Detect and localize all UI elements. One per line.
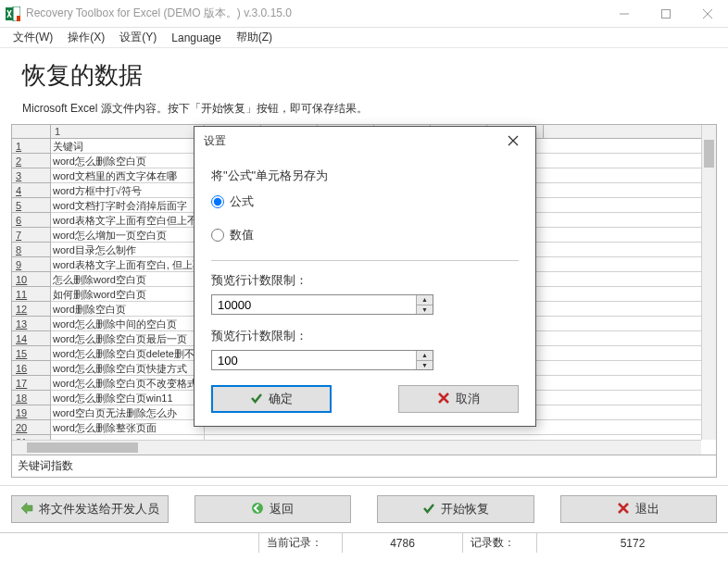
radio-label: 公式 <box>230 193 254 210</box>
dialog-separator <box>211 260 519 261</box>
button-label: 确定 <box>269 391 293 407</box>
settings-dialog: 设置 将"公式"单元格另存为 公式 数值 预览行计数限制： ▲ ▼ <box>194 126 536 427</box>
spin-down[interactable]: ▼ <box>416 305 433 315</box>
dialog-title: 设置 <box>204 133 226 149</box>
dialog-close-button[interactable] <box>500 131 526 151</box>
close-icon <box>437 392 450 407</box>
radio-label: 数值 <box>230 227 254 243</box>
limit2-spinner: ▲ ▼ <box>416 351 433 369</box>
dialog-overlay: 设置 将"公式"单元格另存为 公式 数值 预览行计数限制： ▲ ▼ <box>0 0 728 573</box>
radio-formula-input[interactable] <box>211 195 224 208</box>
dialog-buttons: 确定 取消 <box>211 385 519 413</box>
ok-button[interactable]: 确定 <box>211 385 332 413</box>
dialog-body: 将"公式"单元格另存为 公式 数值 预览行计数限制： ▲ ▼ 预览行计数限制： <box>195 155 535 426</box>
button-label: 取消 <box>456 391 480 407</box>
limit1-label: 预览行计数限制： <box>211 272 519 289</box>
check-icon <box>250 392 263 407</box>
cancel-button[interactable]: 取消 <box>398 385 519 413</box>
spin-down[interactable]: ▼ <box>416 361 433 370</box>
limit2-field: ▲ ▼ <box>211 350 433 370</box>
radio-formula[interactable]: 公式 <box>211 193 519 210</box>
limit2-label: 预览行计数限制： <box>211 328 519 344</box>
limit1-field: ▲ ▼ <box>211 294 433 315</box>
spin-up[interactable]: ▲ <box>416 295 433 305</box>
limit1-input[interactable] <box>211 294 433 315</box>
spin-up[interactable]: ▲ <box>416 351 433 361</box>
formula-group-label: 将"公式"单元格另存为 <box>211 168 519 184</box>
dialog-titlebar[interactable]: 设置 <box>195 127 535 155</box>
limit2-input[interactable] <box>211 350 433 370</box>
limit1-spinner: ▲ ▼ <box>416 295 433 314</box>
radio-value[interactable]: 数值 <box>211 227 519 243</box>
radio-value-input[interactable] <box>211 229 224 242</box>
